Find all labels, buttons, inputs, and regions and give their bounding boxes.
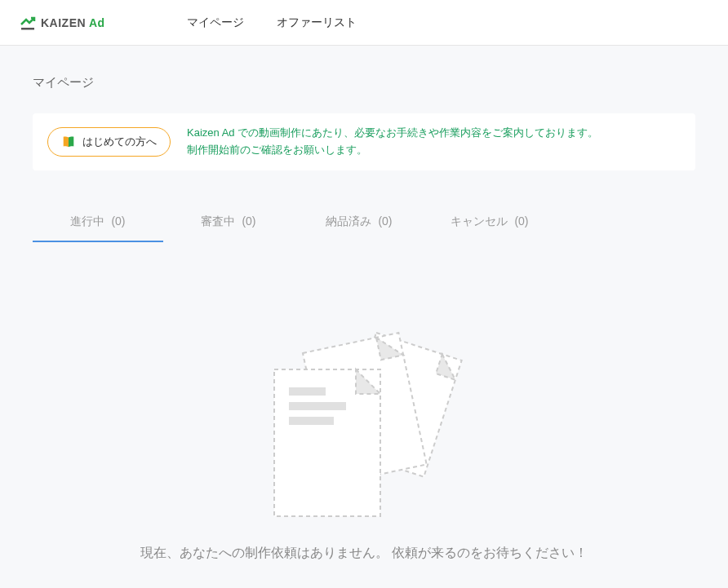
- tab-label: 納品済み: [326, 214, 371, 228]
- notice-text-line2: 制作開始前のご確認をお願いします。: [187, 142, 598, 159]
- empty-state: 現在、あなたへの制作依頼はありません。 依頼が来るのをお待ちください！: [33, 243, 695, 586]
- tab-count: (0): [378, 214, 392, 228]
- tab-cancelled[interactable]: キャンセル (0): [424, 203, 555, 242]
- first-time-button[interactable]: はじめての方へ: [47, 127, 171, 157]
- notice-text: Kaizen Ad での動画制作にあたり、必要なお手続きや作業内容をご案内してお…: [187, 125, 598, 159]
- empty-documents-icon: [65, 308, 663, 520]
- svg-rect-5: [289, 402, 346, 410]
- notice-text-line1: Kaizen Ad での動画制作にあたり、必要なお手続きや作業内容をご案内してお…: [187, 125, 598, 142]
- main-content: マイページ はじめての方へ Kaizen Ad での動画制作にあたり、必要なお手…: [0, 46, 728, 588]
- nav-item-mypage[interactable]: マイページ: [187, 15, 244, 30]
- svg-rect-4: [289, 387, 326, 396]
- nav-item-offerlist[interactable]: オファーリスト: [277, 15, 357, 30]
- header: KAIZEN Ad マイページ オファーリスト: [0, 0, 728, 46]
- empty-state-message: 現在、あなたへの制作依頼はありません。 依頼が来るのをお待ちください！: [65, 545, 663, 562]
- first-time-button-label: はじめての方へ: [82, 135, 157, 149]
- tab-label: キャンセル: [451, 214, 508, 228]
- notice-bar: はじめての方へ Kaizen Ad での動画制作にあたり、必要なお手続きや作業内…: [33, 113, 695, 170]
- svg-rect-6: [289, 417, 334, 425]
- logo[interactable]: KAIZEN Ad: [20, 15, 105, 31]
- logo-text: KAIZEN Ad: [41, 16, 105, 29]
- tab-under-review[interactable]: 審査中 (0): [163, 203, 294, 242]
- tabs: 進行中 (0) 審査中 (0) 納品済み (0) キャンセル (0): [33, 203, 695, 243]
- tab-in-progress[interactable]: 進行中 (0): [33, 203, 163, 242]
- tab-delivered[interactable]: 納品済み (0): [294, 203, 424, 242]
- tab-label: 進行中: [70, 214, 104, 228]
- book-icon: [61, 135, 76, 149]
- svg-rect-0: [21, 28, 34, 30]
- nav: マイページ オファーリスト: [187, 15, 357, 30]
- page-title: マイページ: [33, 75, 695, 91]
- logo-icon: [20, 15, 36, 31]
- tab-count: (0): [514, 214, 528, 228]
- tab-label: 審査中: [201, 214, 235, 228]
- tab-count: (0): [111, 214, 125, 228]
- tab-count: (0): [242, 214, 255, 228]
